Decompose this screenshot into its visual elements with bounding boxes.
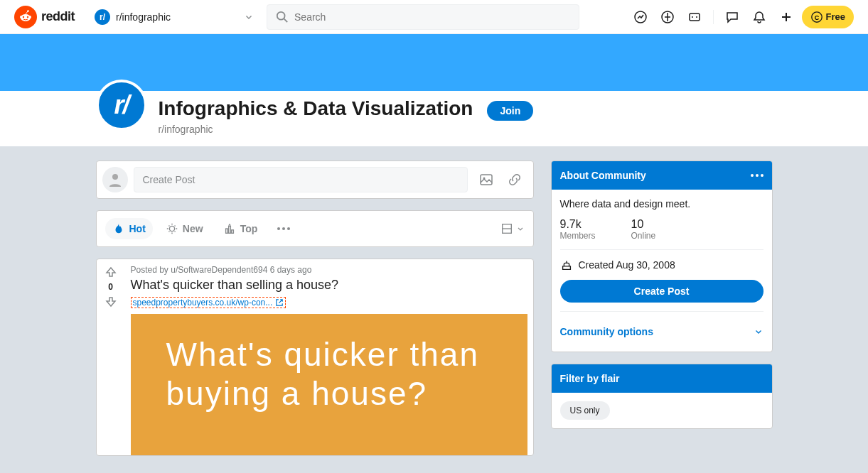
svg-point-16 bbox=[112, 174, 118, 180]
free-label: Free bbox=[826, 11, 845, 22]
search-icon bbox=[276, 11, 289, 23]
sort-new[interactable]: New bbox=[159, 218, 210, 239]
create-post-input[interactable]: Create Post bbox=[134, 167, 468, 192]
sort-bar: Hot New Top bbox=[96, 210, 534, 247]
divider bbox=[713, 10, 714, 24]
coins-icon[interactable] bbox=[656, 6, 679, 28]
coin-icon: C bbox=[810, 11, 823, 23]
post-author[interactable]: u/SoftwareDependent694 bbox=[171, 265, 267, 275]
flair-card: Filter by flair US only bbox=[551, 364, 773, 429]
online-stat: 10 Online bbox=[631, 218, 656, 241]
community-title: Infographics & Data Visualization bbox=[159, 97, 473, 121]
community-options[interactable]: Community options bbox=[560, 320, 763, 343]
sidebar: About Community Where data and design me… bbox=[551, 161, 773, 467]
flair-chip[interactable]: US only bbox=[560, 401, 610, 420]
community-icon: r/ bbox=[96, 80, 147, 131]
top-icon bbox=[223, 222, 236, 235]
talk-icon[interactable] bbox=[683, 6, 706, 28]
card-view-icon bbox=[500, 222, 513, 235]
vote-score: 0 bbox=[108, 282, 113, 292]
svg-point-12 bbox=[692, 16, 693, 18]
about-card: About Community Where data and design me… bbox=[551, 161, 773, 352]
svg-line-8 bbox=[284, 18, 288, 22]
top-header: reddit r/ r/infographic C Free bbox=[0, 0, 868, 34]
community-subreddit: r/infographic bbox=[159, 124, 473, 135]
sort-hot[interactable]: Hot bbox=[105, 218, 153, 239]
join-button[interactable]: Join bbox=[487, 101, 533, 121]
post-card[interactable]: 0 Posted by u/SoftwareDependent694 6 day… bbox=[96, 259, 534, 456]
main-column: Create Post Hot New Top bbox=[96, 161, 534, 467]
post-body: Posted by u/SoftwareDependent694 6 days … bbox=[125, 259, 533, 455]
svg-point-4 bbox=[27, 16, 28, 17]
reddit-wordmark: reddit bbox=[41, 9, 75, 24]
external-link-icon bbox=[275, 298, 284, 307]
more-sort-icon[interactable] bbox=[270, 223, 297, 234]
svg-point-7 bbox=[277, 11, 285, 19]
svg-rect-17 bbox=[481, 175, 492, 185]
flair-title: Filter by flair bbox=[560, 373, 620, 384]
subreddit-dropdown[interactable]: r/ r/infographic bbox=[89, 9, 259, 25]
content: Create Post Hot New Top bbox=[85, 161, 784, 467]
sort-top[interactable]: Top bbox=[216, 218, 265, 239]
svg-rect-20 bbox=[225, 229, 227, 233]
community-header: r/ Infographics & Data Visualization r/i… bbox=[0, 91, 868, 146]
popular-icon[interactable] bbox=[629, 6, 652, 28]
view-layout-toggle[interactable] bbox=[500, 222, 525, 235]
sidebar-create-post-button[interactable]: Create Post bbox=[560, 280, 763, 303]
svg-point-13 bbox=[696, 16, 697, 18]
created-row: Created Aug 30, 2008 bbox=[560, 259, 763, 271]
community-description: Where data and design meet. bbox=[560, 198, 763, 210]
new-icon bbox=[166, 222, 178, 235]
link-post-icon[interactable] bbox=[502, 167, 527, 192]
members-stat: 9.7k Members bbox=[560, 218, 596, 241]
svg-rect-21 bbox=[228, 226, 230, 233]
svg-point-6 bbox=[27, 10, 29, 12]
chevron-down-icon bbox=[516, 224, 525, 233]
svg-line-5 bbox=[26, 11, 28, 14]
post-time: 6 days ago bbox=[270, 265, 312, 275]
downvote-icon[interactable] bbox=[104, 295, 118, 309]
post-external-link[interactable]: speedpropertybuyers.co.uk/wp-con... bbox=[131, 297, 286, 308]
search-bar[interactable] bbox=[267, 4, 579, 30]
svg-point-19 bbox=[169, 226, 174, 231]
create-post-bar: Create Post bbox=[96, 161, 534, 199]
chevron-down-icon bbox=[244, 12, 254, 22]
create-icon[interactable] bbox=[775, 6, 798, 28]
header-actions: C Free bbox=[629, 6, 854, 28]
vote-column: 0 bbox=[97, 259, 125, 455]
free-coins-button[interactable]: C Free bbox=[802, 6, 854, 28]
svg-rect-11 bbox=[690, 13, 700, 21]
svg-rect-22 bbox=[231, 230, 233, 234]
chat-icon[interactable] bbox=[721, 6, 744, 28]
notifications-icon[interactable] bbox=[748, 6, 771, 28]
post-image[interactable]: What's quicker than buying a house? bbox=[131, 314, 527, 455]
post-title[interactable]: What's quicker than selling a house? bbox=[131, 278, 527, 293]
upvote-icon[interactable] bbox=[104, 265, 118, 279]
svg-point-3 bbox=[23, 16, 24, 17]
hot-icon bbox=[112, 222, 125, 235]
subreddit-nav-label: r/infographic bbox=[116, 11, 171, 23]
subreddit-nav-icon: r/ bbox=[95, 9, 110, 25]
post-meta: Posted by u/SoftwareDependent694 6 days … bbox=[131, 265, 527, 275]
svg-text:C: C bbox=[814, 13, 819, 21]
image-post-icon[interactable] bbox=[473, 167, 499, 192]
about-title: About Community bbox=[560, 170, 646, 181]
reddit-snoo-icon bbox=[14, 6, 37, 28]
chevron-down-icon bbox=[754, 327, 763, 337]
more-icon[interactable] bbox=[751, 174, 763, 177]
search-input[interactable] bbox=[294, 11, 570, 23]
reddit-logo[interactable]: reddit bbox=[14, 6, 75, 28]
user-avatar-icon[interactable] bbox=[102, 167, 128, 192]
cake-icon bbox=[560, 259, 573, 271]
